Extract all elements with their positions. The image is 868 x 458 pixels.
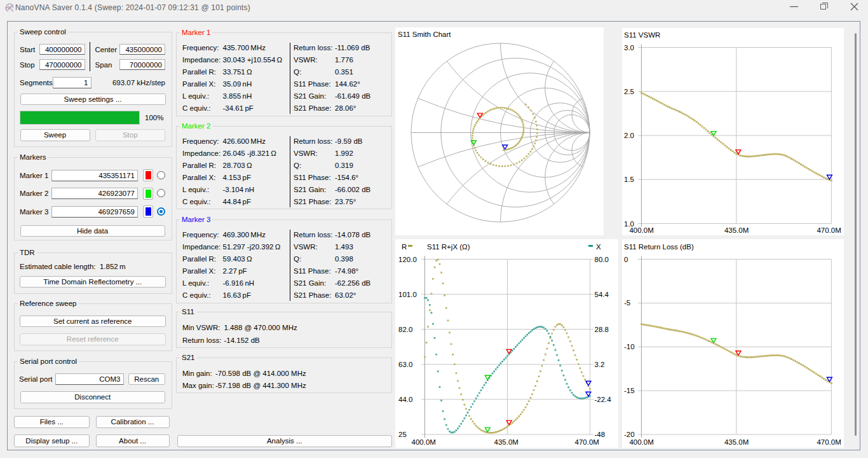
svg-text:400.0M: 400.0M [412,438,436,446]
svg-text:1.5: 1.5 [624,176,634,183]
svg-text:54.4: 54.4 [595,291,609,298]
svg-text:0: 0 [624,256,628,263]
svg-text:3.2: 3.2 [595,361,605,368]
svg-text:-10: -10 [624,343,635,350]
svg-text:470.0M: 470.0M [817,226,841,234]
svg-text:101.0: 101.0 [398,291,417,298]
svg-text:120.0: 120.0 [398,256,417,263]
svg-text:S11 Smith Chart: S11 Smith Chart [398,31,451,38]
svg-text:R: R [402,243,407,251]
svg-text:3.0: 3.0 [624,44,634,52]
svg-text:82.0: 82.0 [398,326,412,333]
svg-text:-20: -20 [624,431,635,438]
svg-text:28.8: 28.8 [595,326,609,333]
svg-text:2.0: 2.0 [624,132,634,139]
svg-text:470.0M: 470.0M [575,438,599,446]
svg-text:400.0M: 400.0M [629,226,653,234]
svg-text:-22.4: -22.4 [595,396,612,403]
svg-text:435.0M: 435.0M [494,438,519,446]
svg-text:S11 R+jX (Ω): S11 R+jX (Ω) [427,243,470,251]
svg-text:80.0: 80.0 [595,256,609,263]
svg-text:470.0M: 470.0M [817,438,841,446]
svg-text:25: 25 [398,431,407,438]
svg-text:-5: -5 [624,299,630,307]
svg-text:S11 VSWR: S11 VSWR [624,31,660,39]
svg-text:-15: -15 [624,387,635,394]
svg-text:435.0M: 435.0M [724,226,749,234]
svg-text:2.5: 2.5 [624,88,634,95]
svg-text:435.0M: 435.0M [724,438,749,446]
svg-text:-48: -48 [595,431,606,438]
svg-text:63.0: 63.0 [398,361,412,368]
svg-text:1.0: 1.0 [624,220,634,228]
svg-text:44.0: 44.0 [398,396,412,403]
svg-text:400.0M: 400.0M [629,438,653,446]
svg-text:X: X [596,243,601,251]
svg-text:S11 Return Loss (dB): S11 Return Loss (dB) [624,243,694,251]
